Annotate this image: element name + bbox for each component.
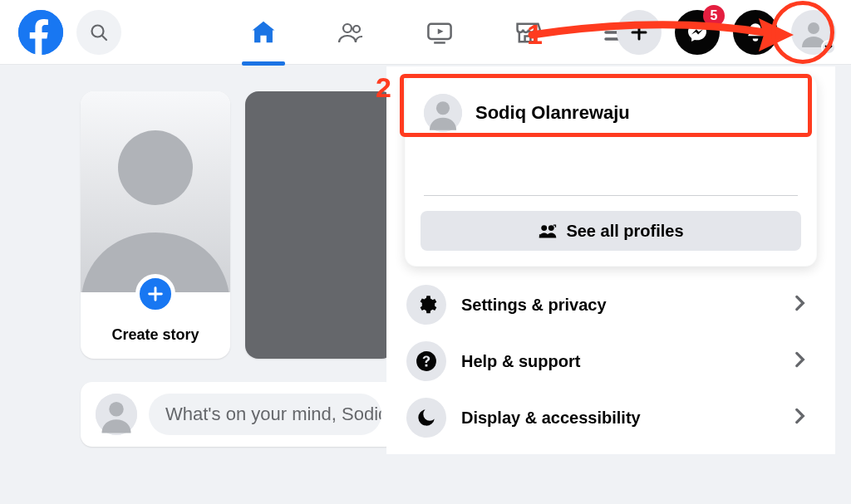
create-button[interactable] [617, 10, 662, 55]
notifications-button[interactable] [733, 10, 778, 55]
svg-point-17 [542, 225, 548, 231]
menu-label: Display & accessibility [461, 409, 774, 428]
profile-link[interactable]: Sodiq Olanrewaju [421, 89, 801, 135]
messenger-button[interactable]: 5 [675, 10, 720, 55]
create-story-plus-button[interactable] [135, 274, 175, 314]
svg-point-4 [353, 26, 360, 32]
tab-home[interactable] [245, 0, 282, 65]
tab-marketplace[interactable] [509, 0, 546, 65]
menu-settings-privacy[interactable]: Settings & privacy [386, 276, 835, 333]
chevron-down-icon [821, 40, 836, 55]
story-card-placeholder[interactable] [245, 91, 395, 359]
svg-point-3 [343, 24, 352, 32]
plus-icon [629, 22, 649, 42]
account-menu-button[interactable] [791, 10, 836, 55]
nav-right-actions: 5 [617, 0, 836, 64]
facebook-logo[interactable] [18, 10, 63, 55]
menu-display-accessibility[interactable]: Display & accessibility [386, 389, 835, 446]
create-story-label: Create story [81, 326, 230, 344]
svg-point-11 [808, 22, 819, 34]
profile-name: Sodiq Olanrewaju [475, 102, 630, 124]
svg-point-14 [109, 402, 124, 417]
story-avatar-area [81, 91, 230, 292]
facebook-f-icon [18, 10, 63, 55]
menu-label: Help & support [461, 352, 774, 371]
bell-icon [745, 22, 766, 43]
messenger-icon [686, 21, 709, 44]
avatar-placeholder-icon [424, 94, 462, 132]
svg-point-12 [118, 130, 193, 205]
menu-help-support[interactable]: Help & support [386, 333, 835, 389]
avatar-placeholder-icon [96, 394, 137, 435]
see-all-profiles-button[interactable]: See all profiles [421, 211, 801, 251]
avatar-placeholder-icon [81, 91, 230, 292]
post-composer[interactable]: What's on your mind, Sodiq? [81, 382, 396, 447]
tab-friends[interactable] [333, 0, 370, 65]
chevron-right-icon [789, 349, 810, 374]
moon-icon [406, 398, 446, 438]
create-story-card[interactable]: Create story [81, 91, 230, 359]
see-all-profiles-label: See all profiles [566, 222, 683, 241]
top-navbar: 5 [0, 0, 851, 65]
friends-icon [337, 17, 366, 47]
svg-point-16 [436, 101, 450, 115]
svg-line-2 [102, 36, 106, 40]
people-switch-icon [538, 223, 558, 239]
search-icon [89, 22, 109, 42]
search-button[interactable] [76, 10, 121, 55]
svg-point-18 [548, 225, 554, 231]
menu-label: Settings & privacy [461, 296, 774, 315]
home-icon [249, 18, 278, 46]
watch-icon [426, 18, 454, 46]
account-dropdown: Sodiq Olanrewaju See all profiles Settin… [386, 66, 835, 454]
messenger-badge: 5 [703, 5, 725, 27]
composer-avatar [96, 394, 137, 435]
profile-avatar [424, 94, 462, 132]
chevron-right-icon [789, 405, 810, 430]
tab-watch[interactable] [421, 0, 458, 65]
nav-tabs [245, 0, 634, 64]
help-icon [406, 341, 446, 381]
plus-icon [146, 285, 165, 303]
marketplace-icon [514, 18, 542, 46]
gear-icon [406, 285, 446, 325]
chevron-right-icon [789, 292, 810, 317]
composer-input[interactable]: What's on your mind, Sodiq? [149, 394, 381, 435]
divider [424, 195, 798, 196]
profile-card: Sodiq Olanrewaju See all profiles [405, 75, 817, 267]
